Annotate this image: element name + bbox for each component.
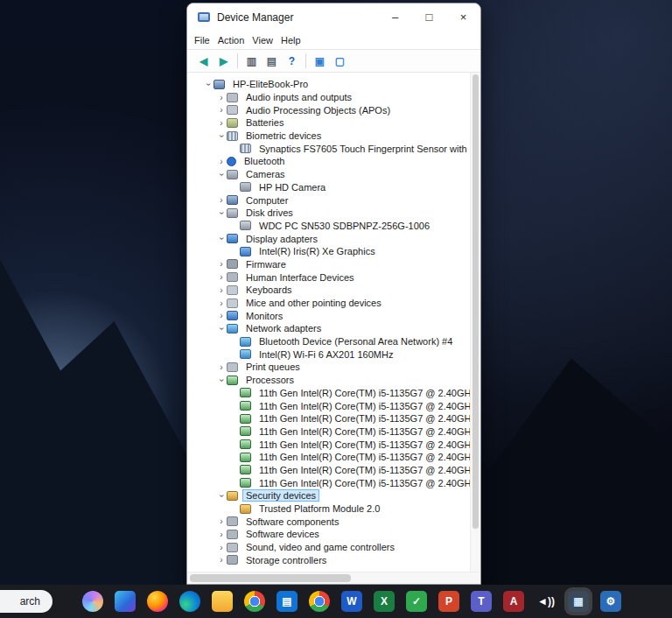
tree-item[interactable]: ›Cameras [187,168,470,181]
teams-icon[interactable]: T [471,591,492,612]
tree-item[interactable]: ›Security devices [187,489,470,502]
expand-toggle-icon[interactable]: › [216,195,227,205]
word-icon[interactable]: W [341,591,362,612]
expand-toggle-icon[interactable]: › [217,169,227,179]
expand-toggle-icon[interactable]: › [216,105,227,115]
tree-item[interactable]: ›Keyboards [187,284,470,297]
device-manager-icon[interactable]: ▦ [568,591,589,612]
tree-item[interactable]: 11th Gen Intel(R) Core(TM) i5-1135G7 @ 2… [187,387,470,400]
tree-item[interactable]: ›Batteries [187,116,470,130]
tree-item[interactable]: HP HD Camera [187,181,470,194]
tree-item[interactable]: 11th Gen Intel(R) Core(TM) i5-1135G7 @ 2… [187,399,470,412]
volume-mixer-icon[interactable]: ◄)) [536,591,556,612]
tree-item[interactable]: ›Audio inputs and outputs [187,91,470,104]
file-explorer-icon[interactable] [212,591,233,612]
tree-item[interactable]: ›Human Interface Devices [187,270,470,284]
tree-item-label: Software components [242,516,342,528]
tree-item[interactable]: ›Audio Processing Objects (APOs) [187,103,470,116]
maximize-button[interactable]: □ [412,4,446,31]
tree-item[interactable]: Intel(R) Iris(R) Xe Graphics [187,245,470,258]
tree-item[interactable]: ›Biometric devices [187,130,470,143]
expand-toggle-icon[interactable]: › [217,234,227,244]
expand-toggle-icon[interactable]: › [216,118,227,128]
store-icon[interactable]: ▤ [276,591,298,612]
expand-toggle-icon[interactable]: › [216,272,227,282]
expand-toggle-icon[interactable]: › [216,298,227,308]
tree-item[interactable]: Bluetooth Device (Personal Area Network)… [187,335,470,348]
expand-toggle-icon[interactable]: › [216,285,227,295]
tree-item[interactable]: ›Mice and other pointing devices [187,297,470,310]
tree-item[interactable]: WDC PC SN530 SDBPNPZ-256G-1006 [187,220,470,233]
tree-item[interactable]: 11th Gen Intel(R) Core(TM) i5-1135G7 @ 2… [187,476,470,489]
tree-item[interactable]: ›Sound, video and game controllers [187,541,470,554]
expand-toggle-icon[interactable]: › [217,375,227,385]
tree-item[interactable]: 11th Gen Intel(R) Core(TM) i5-1135G7 @ 2… [187,451,470,464]
expand-toggle-icon[interactable]: › [217,130,227,141]
expand-toggle-icon[interactable]: › [216,530,227,539]
copilot-icon[interactable] [82,591,103,612]
edge-icon[interactable] [179,591,200,612]
back-button[interactable]: ◀ [193,52,214,70]
tree-item[interactable]: ›Monitors [187,309,470,322]
tree-item[interactable]: Intel(R) Wi-Fi 6 AX201 160MHz [187,348,470,361]
menu-action[interactable]: Action [218,33,253,47]
settings-icon[interactable]: ⚙ [600,591,621,612]
vertical-scrollbar-thumb[interactable] [472,74,479,529]
menu-view[interactable]: View [252,33,281,47]
expand-toggle-icon[interactable]: › [216,93,227,102]
expand-toggle-icon[interactable]: › [216,362,227,372]
menu-file[interactable]: File [194,33,218,47]
expand-toggle-icon[interactable]: › [217,490,227,501]
expand-toggle-icon[interactable]: › [216,543,227,552]
tree-item[interactable]: ›Firmware [187,258,470,271]
tree-item[interactable]: ›Bluetooth [187,155,470,168]
expand-toggle-icon[interactable]: › [216,555,227,565]
scan-hardware-changes-button[interactable]: ▣ [310,52,330,70]
devices-by-type-button[interactable]: ▢ [330,52,350,70]
tree-item[interactable]: 11th Gen Intel(R) Core(TM) i5-1135G7 @ 2… [187,438,470,451]
disk-icon [240,221,251,230]
access-icon[interactable]: A [503,591,524,612]
properties-button[interactable]: ▤ [262,52,282,70]
show-console-tree-button[interactable]: ▥ [242,52,262,70]
tree-item[interactable]: ›Computer [187,193,470,207]
expand-toggle-icon[interactable]: › [216,259,227,269]
close-button[interactable]: × [446,4,480,31]
tree-item[interactable]: ›Network adapters [187,322,470,335]
minimize-button[interactable]: – [378,4,412,31]
tree-item[interactable]: 11th Gen Intel(R) Core(TM) i5-1135G7 @ 2… [187,425,470,439]
planner-icon[interactable]: ✓ [406,591,427,612]
tree-item[interactable]: ›HP-EliteBook-Pro [187,78,470,91]
tree-item[interactable]: Synaptics FS7605 Touch Fingerprint Senso… [187,142,470,155]
tree-item[interactable]: 11th Gen Intel(R) Core(TM) i5-1135G7 @ 2… [187,412,470,425]
excel-icon[interactable]: X [374,591,395,612]
tree-item[interactable]: Trusted Platform Module 2.0 [187,502,470,516]
tree-item[interactable]: ›Software devices [187,528,470,541]
tree-item[interactable]: ›Disk drives [187,207,470,220]
expand-toggle-icon[interactable]: › [217,207,227,218]
expand-toggle-icon[interactable]: › [204,79,214,89]
taskbar-search-input[interactable]: arch [0,590,52,613]
tree-item[interactable]: ›Software components [187,515,470,528]
expand-toggle-icon[interactable]: › [216,311,227,320]
expand-toggle-icon[interactable]: › [216,516,227,526]
firefox-icon[interactable] [147,591,168,612]
photos-icon[interactable] [115,591,136,612]
expand-toggle-icon[interactable]: › [217,323,227,334]
expand-toggle-icon[interactable]: › [216,157,227,166]
forward-button[interactable]: ▶ [214,52,234,70]
chrome-icon[interactable] [244,591,265,612]
tree-item[interactable]: 11th Gen Intel(R) Core(TM) i5-1135G7 @ 2… [187,464,470,477]
chrome-profile-icon[interactable] [309,591,330,612]
tree-item[interactable]: ›Print queues [187,361,470,374]
powerpoint-icon[interactable]: P [438,591,459,612]
tree-item[interactable]: ›Display adapters [187,232,470,245]
vertical-scrollbar[interactable] [470,73,480,572]
horizontal-scrollbar[interactable] [187,572,480,584]
horizontal-scrollbar-thumb[interactable] [190,574,351,582]
menu-help[interactable]: Help [281,33,309,47]
display-icon [227,234,238,243]
tree-item[interactable]: ›Processors [187,374,470,387]
help-button[interactable]: ? [282,52,302,70]
tree-item[interactable]: ›Storage controllers [187,553,470,566]
